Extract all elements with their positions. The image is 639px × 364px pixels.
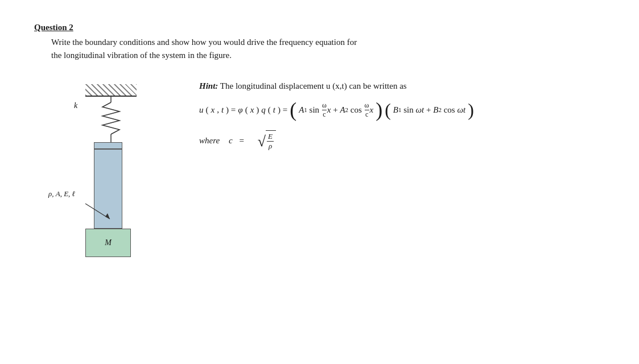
rod-properties-label: ρ, A, E, ℓ <box>48 189 75 198</box>
svg-marker-3 <box>105 213 110 219</box>
where-equation: where c = √ E ρ <box>199 130 605 152</box>
paren-close: ) <box>468 102 474 118</box>
spring-container <box>85 97 137 142</box>
hint-area: Hint: The longitudinal displacement u (x… <box>199 81 605 152</box>
hint-label: Hint: <box>199 81 218 90</box>
mass-block: M <box>85 229 131 257</box>
bracket-close: ) <box>376 101 382 119</box>
main-equation: u(x,t) = φ(x)q(t) = ( A1 sin ω c x + A2 … <box>199 101 605 119</box>
spring-svg <box>97 97 125 142</box>
hint-line: Hint: The longitudinal displacement u (x… <box>199 81 605 91</box>
sqrt-expression: √ E ρ <box>251 130 276 152</box>
arrow-indicator <box>83 201 117 226</box>
spring-base-plate <box>94 142 122 149</box>
question-title: Question 2 <box>34 23 605 32</box>
hint-text: The longitudinal displacement u (x,t) ca… <box>220 81 407 90</box>
bracket-open: ( <box>290 101 296 119</box>
where-label: where <box>199 136 220 146</box>
paren-open: ( <box>385 102 391 118</box>
figure-area: k ρ, A, E, ℓ M <box>51 84 176 257</box>
spring-k-label: k <box>74 101 77 110</box>
wall-hatch <box>85 84 137 97</box>
question-body: Write the boundary conditions and show h… <box>51 36 605 61</box>
